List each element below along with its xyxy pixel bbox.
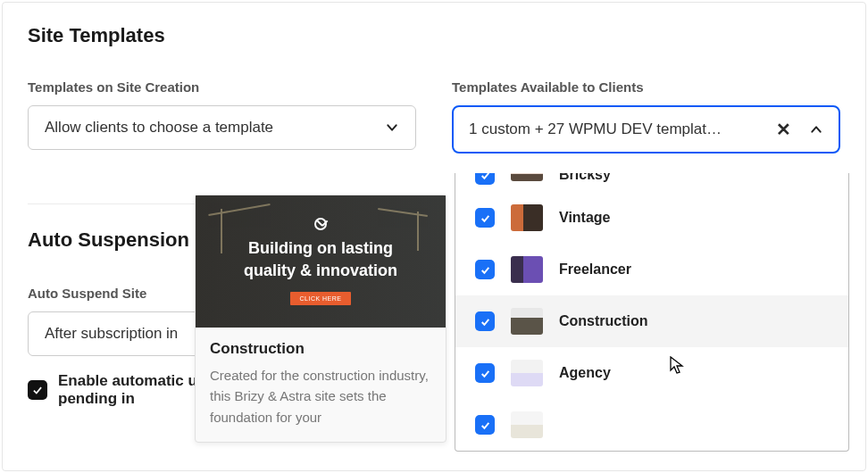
template-checkbox[interactable] xyxy=(475,363,495,383)
template-thumbnail xyxy=(511,308,543,335)
enable-auto-unsuspend-checkbox[interactable] xyxy=(28,380,47,400)
template-label: Construction xyxy=(559,313,648,329)
template-preview-cta: CLICK HERE xyxy=(290,292,350,305)
template-thumbnail xyxy=(511,411,543,438)
available-select-value: 1 custom + 27 WPMU DEV templat… xyxy=(469,120,722,138)
template-option[interactable]: Bricksy xyxy=(455,173,848,192)
template-thumbnail xyxy=(511,256,543,283)
template-checkbox[interactable] xyxy=(475,260,495,279)
template-label: Agency xyxy=(559,365,611,381)
template-option[interactable]: Agency xyxy=(455,347,848,399)
template-option[interactable]: Vintage xyxy=(455,192,848,244)
template-label: Freelancer xyxy=(559,261,631,278)
available-select[interactable]: 1 custom + 27 WPMU DEV templat… ✕ xyxy=(452,105,840,154)
template-preview-title: Construction xyxy=(210,340,431,358)
template-preview-image: Building on lasting quality & innovation… xyxy=(196,195,446,328)
check-icon xyxy=(480,419,491,431)
template-option[interactable]: Construction xyxy=(455,295,848,347)
check-icon xyxy=(480,173,491,181)
template-checkbox[interactable] xyxy=(475,208,495,228)
creation-label: Templates on Site Creation xyxy=(28,79,416,95)
template-checkbox[interactable] xyxy=(475,311,495,331)
chevron-down-icon xyxy=(385,120,399,135)
template-thumbnail xyxy=(511,360,543,386)
check-icon xyxy=(480,368,491,379)
creation-select[interactable]: Allow clients to choose a template xyxy=(28,105,416,150)
page-title: Site Templates xyxy=(28,24,840,47)
template-label: Vintage xyxy=(559,210,611,226)
template-thumbnail xyxy=(511,204,543,231)
template-option[interactable] xyxy=(455,399,848,451)
check-icon xyxy=(31,384,44,396)
auto-suspend-value: After subscription in xyxy=(45,325,178,343)
template-preview-card: Building on lasting quality & innovation… xyxy=(195,195,447,443)
check-icon xyxy=(480,264,491,276)
template-checkbox[interactable] xyxy=(475,173,495,185)
template-preview-desc: Created for the construction industry, t… xyxy=(210,365,431,427)
template-option[interactable]: Freelancer xyxy=(455,244,848,295)
template-label: Bricksy xyxy=(559,173,611,183)
mouse-cursor-icon xyxy=(670,356,686,376)
check-icon xyxy=(480,212,491,224)
creation-select-value: Allow clients to choose a template xyxy=(45,119,273,137)
templates-dropdown-list[interactable]: BricksyVintageFreelancerConstructionAgen… xyxy=(455,173,848,451)
close-icon xyxy=(314,218,327,230)
template-checkbox[interactable] xyxy=(475,415,495,435)
check-icon xyxy=(480,316,491,328)
chevron-up-icon[interactable] xyxy=(809,122,823,137)
template-thumbnail xyxy=(511,173,543,181)
clear-selection-icon[interactable]: ✕ xyxy=(776,119,791,140)
templates-dropdown-panel: BricksyVintageFreelancerConstructionAgen… xyxy=(455,173,849,452)
available-label: Templates Available to Clients xyxy=(452,79,840,95)
